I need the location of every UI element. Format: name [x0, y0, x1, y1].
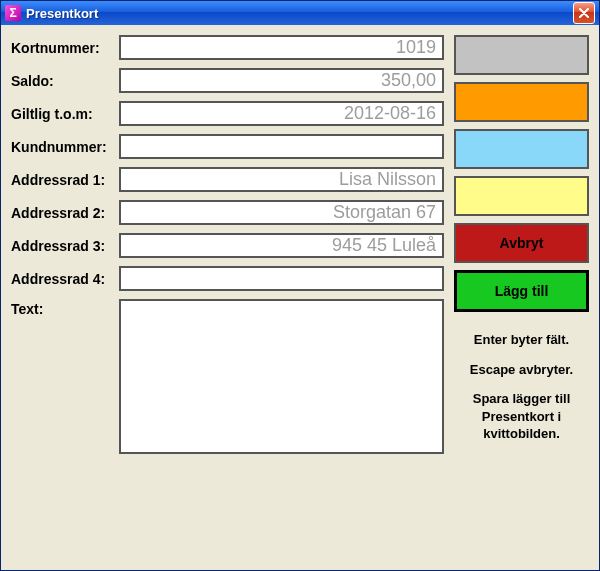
side-column: Avbryt Lägg till Enter byter fält. Escap…: [454, 35, 589, 455]
app-icon: Σ: [5, 5, 21, 21]
titlebar: Σ Presentkort: [1, 1, 599, 25]
label-kortnummer: Kortnummer:: [11, 40, 119, 56]
label-addr1: Addressrad 1:: [11, 172, 119, 188]
input-saldo[interactable]: [119, 68, 444, 93]
avbryt-button[interactable]: Avbryt: [454, 223, 589, 263]
input-addr4[interactable]: [119, 266, 444, 291]
client-area: Kortnummer: Saldo: Giltlig t.o.m: Kundnu…: [1, 25, 599, 570]
input-addr3[interactable]: [119, 233, 444, 258]
color-button-orange[interactable]: [454, 82, 589, 122]
label-text: Text:: [11, 299, 119, 317]
color-button-yellow[interactable]: [454, 176, 589, 216]
laggtill-button[interactable]: Lägg till: [454, 270, 589, 312]
hint-escape: Escape avbryter.: [454, 361, 589, 379]
window-presentkort: Σ Presentkort Kortnummer: Saldo: Giltlig…: [0, 0, 600, 571]
label-addr3: Addressrad 3:: [11, 238, 119, 254]
label-addr2: Addressrad 2:: [11, 205, 119, 221]
label-kundnummer: Kundnummer:: [11, 139, 119, 155]
label-addr4: Addressrad 4:: [11, 271, 119, 287]
color-button-silver[interactable]: [454, 35, 589, 75]
label-giltlig: Giltlig t.o.m:: [11, 106, 119, 122]
input-addr2[interactable]: [119, 200, 444, 225]
avbryt-label: Avbryt: [500, 235, 544, 251]
label-saldo: Saldo:: [11, 73, 119, 89]
hint-enter: Enter byter fält.: [454, 331, 589, 349]
input-kortnummer[interactable]: [119, 35, 444, 60]
hints: Enter byter fält. Escape avbryter. Spara…: [454, 331, 589, 455]
form-column: Kortnummer: Saldo: Giltlig t.o.m: Kundnu…: [11, 35, 444, 454]
input-addr1[interactable]: [119, 167, 444, 192]
input-giltlig[interactable]: [119, 101, 444, 126]
close-button[interactable]: [573, 2, 595, 24]
hint-spara: Spara lägger till Presentkort i kvittobi…: [454, 390, 589, 443]
close-icon: [579, 8, 589, 18]
input-kundnummer[interactable]: [119, 134, 444, 159]
window-title: Presentkort: [26, 6, 573, 21]
input-text[interactable]: [119, 299, 444, 454]
laggtill-label: Lägg till: [495, 283, 549, 299]
color-button-sky[interactable]: [454, 129, 589, 169]
